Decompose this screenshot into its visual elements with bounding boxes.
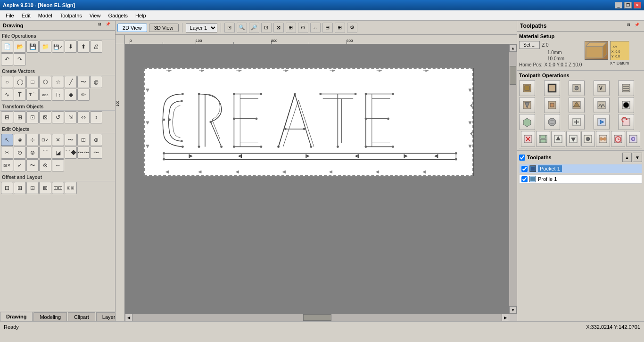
save-btn[interactable]: 💾 — [26, 41, 39, 53]
polygon-tool[interactable]: ⬡ — [39, 76, 51, 88]
delete-toolpath-btn[interactable] — [521, 131, 535, 147]
scroll-down-btn[interactable]: ▼ — [509, 306, 517, 314]
polyline-tool[interactable]: ✏ — [77, 89, 90, 101]
rotate-btn[interactable]: ↺ — [52, 111, 64, 123]
rectangle-tool[interactable]: □ — [26, 76, 39, 88]
hscroll-thumb[interactable] — [303, 314, 331, 321]
material-op-btn[interactable] — [519, 114, 535, 130]
toolpaths-all-checkbox[interactable] — [519, 155, 525, 161]
toolpaths-expand-btn[interactable]: ⊟ — [627, 23, 634, 29]
move-down-btn[interactable] — [566, 131, 580, 147]
canvas-area[interactable]: 0 100 200 300 100 — [116, 35, 517, 321]
toolpath-properties-btn[interactable] — [581, 131, 595, 147]
zoom-box-btn[interactable]: ⊡ — [261, 23, 272, 33]
open-btn[interactable]: 📂 — [14, 41, 26, 53]
menu-toolpaths[interactable]: Toolpaths — [56, 12, 86, 19]
undo-btn[interactable]: ↶ — [1, 53, 13, 65]
3d-finish-op-btn[interactable] — [618, 97, 634, 113]
ellipse-tool[interactable]: ◯ — [14, 76, 26, 88]
profile1-checkbox[interactable] — [521, 176, 528, 182]
prism-op-btn[interactable] — [569, 97, 585, 113]
menu-model[interactable]: Model — [34, 12, 56, 19]
config-btn[interactable] — [626, 131, 640, 147]
smooth-tool[interactable]: 〜 — [65, 134, 77, 146]
snap-toggle-btn[interactable]: ⊙ — [298, 23, 308, 33]
layout-btn[interactable]: ⊞⊞ — [65, 182, 77, 194]
restore-btn[interactable]: ❐ — [624, 2, 632, 8]
select-tool[interactable]: ↖ — [1, 134, 13, 146]
text-tool[interactable]: T — [14, 89, 26, 101]
drill-op-btn[interactable] — [569, 80, 585, 96]
deselect-btn[interactable]: ✕ — [52, 134, 64, 146]
inlay-op-btn[interactable] — [544, 97, 560, 113]
tab-layers[interactable]: Layers — [96, 312, 116, 321]
scroll-right-btn[interactable]: ▶ — [502, 314, 509, 321]
check-vectors-btn[interactable]: ✓ — [14, 159, 26, 171]
star-tool[interactable]: ☆ — [52, 76, 64, 88]
zoom-selected-btn[interactable]: ⊠ — [273, 23, 284, 33]
measure-btn[interactable]: ↔ — [52, 159, 64, 171]
group-toolbar-btn[interactable]: ⊟ — [322, 23, 333, 33]
scroll-left-btn[interactable]: ◀ — [125, 314, 132, 321]
move-up-btn[interactable] — [551, 131, 565, 147]
pocket-op-btn[interactable] — [519, 80, 535, 96]
scaled-text-tool[interactable]: T↕ — [52, 89, 64, 101]
timer-btn[interactable] — [611, 131, 625, 147]
toolpaths-pin-btn[interactable]: 📌 — [635, 23, 641, 29]
ungroup-toolbar-btn[interactable]: ⊞ — [335, 23, 345, 33]
vcarve-op-btn[interactable] — [519, 97, 535, 113]
spiral-tool[interactable]: @ — [90, 76, 102, 88]
new-btn[interactable]: 📄 — [1, 41, 13, 53]
menu-file[interactable]: File — [2, 12, 18, 19]
grid-toggle-btn[interactable]: ⊞ — [286, 23, 296, 33]
offset-tool[interactable]: ⊡ — [77, 134, 90, 146]
hscroll-track[interactable] — [132, 314, 502, 321]
layer-select[interactable]: Layer 1 — [186, 23, 217, 33]
convert-to-curves-btn[interactable]: 〜 — [26, 159, 39, 171]
panel-expand-btn[interactable]: ⊟ — [98, 22, 105, 29]
viewport-scrollbar-horizontal[interactable]: ◀ ▶ — [125, 314, 509, 321]
node-edit-tool[interactable]: ◆ — [65, 89, 77, 101]
engrave-op-btn[interactable]: V — [594, 80, 610, 96]
material-set-btn[interactable]: Set ... — [519, 41, 540, 49]
measure-toolbar-btn[interactable]: ↔ — [310, 23, 321, 33]
save-toolpaths-btn[interactable] — [536, 131, 550, 147]
mirror-h-btn[interactable]: ⇔ — [77, 111, 90, 123]
panel-pin-btn[interactable]: 📌 — [106, 22, 112, 29]
simulate-op-btn[interactable] — [594, 114, 610, 130]
texture-op-btn[interactable] — [618, 80, 634, 96]
viewport-scrollbar-vertical[interactable]: ▲ ▼ — [509, 44, 517, 314]
tab-clipart[interactable]: Clipart — [68, 312, 95, 321]
vscroll-thumb[interactable] — [510, 66, 516, 85]
close-vectors-btn[interactable]: ⊙ — [14, 147, 26, 159]
toolpath-merge-btn[interactable] — [596, 131, 610, 147]
step-repeat-btn[interactable]: ⊞ — [14, 182, 26, 194]
edit-op-btn[interactable] — [569, 114, 585, 130]
reset-op-btn[interactable] — [618, 114, 634, 130]
group-btn[interactable]: ⊟ — [1, 111, 13, 123]
ungroup-btn[interactable]: ⊞ — [14, 111, 26, 123]
explode-btn[interactable]: ⊗ — [39, 159, 51, 171]
zoom-out-btn[interactable]: 🔎 — [249, 23, 259, 33]
print-btn[interactable]: 🖨 — [90, 41, 102, 53]
toolpath-item-2[interactable]: Profile 1 — [519, 174, 642, 184]
export-btn[interactable]: ⬆ — [77, 41, 90, 53]
profile-op-btn[interactable] — [544, 80, 560, 96]
menu-edit[interactable]: Edit — [18, 12, 34, 19]
scale-btn[interactable]: ⇲ — [65, 111, 77, 123]
distribute-btn[interactable]: ⊠ — [39, 111, 51, 123]
sphere-op-btn[interactable] — [544, 114, 560, 130]
mirror-v-btn[interactable]: ↕ — [90, 111, 102, 123]
scroll-up-btn[interactable]: ▲ — [509, 44, 517, 52]
tab-modeling[interactable]: Modeling — [33, 312, 67, 321]
weld-btn[interactable]: ⊕ — [90, 134, 102, 146]
offset-layout-1[interactable]: ⊡ — [1, 182, 13, 194]
join-vectors-btn[interactable]: ⊚ — [26, 147, 39, 159]
toolpath-down-arrow[interactable]: ▼ — [633, 153, 642, 162]
text-on-curve-tool[interactable]: abc — [39, 89, 51, 101]
menu-gadgets[interactable]: Gadgets — [104, 12, 132, 19]
smart-smooth-btn[interactable]: 〜〜 — [77, 147, 90, 159]
view-3d-btn[interactable]: 3D View — [149, 24, 179, 32]
toolpath-item-1[interactable]: Pocket 1 — [519, 164, 642, 173]
minimize-btn[interactable]: _ — [615, 2, 622, 8]
